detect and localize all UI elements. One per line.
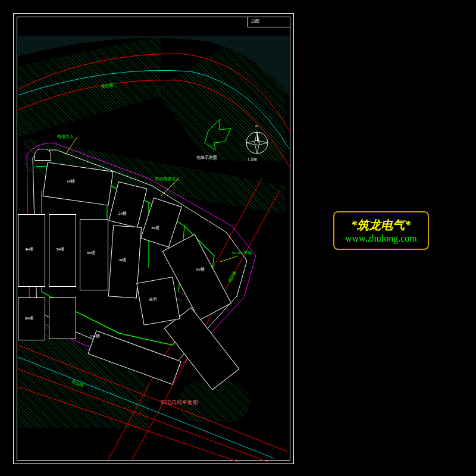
lbl-hall: 会所 (149, 296, 157, 302)
lbl-b4: 4#楼 (25, 246, 33, 252)
watermark-url: www.zhulong.com (345, 233, 417, 244)
lbl-b3: 3#楼 (151, 225, 159, 231)
note-1: 电信引入 (57, 134, 74, 140)
lbl-b7: 7#楼 (118, 257, 126, 263)
plan-title: 弱电总线平面图 (161, 399, 198, 406)
lbl-b5: 5#楼 (56, 246, 64, 252)
lbl-b8: 8#楼 (25, 315, 33, 321)
building-hall (136, 277, 180, 325)
lbl-b1: 1#楼 (67, 178, 75, 184)
lbl-b6: 6#楼 (87, 250, 95, 256)
lbl-b10: 10#楼 (89, 333, 100, 339)
note-2: 有线电视引入 (155, 176, 180, 182)
watermark-title: *筑龙电气* (345, 217, 417, 233)
compass-n: N (255, 124, 258, 129)
note-3: SC100埋地 (232, 250, 252, 256)
compass-scale: 1:500 (248, 157, 257, 162)
watermark-box: *筑龙电气* www.zhulong.com (333, 211, 429, 250)
building-8b (49, 298, 76, 339)
legend-label: 地块示意图 (196, 155, 217, 161)
lbl-b9: 9#楼 (196, 267, 205, 273)
compass-icon (244, 130, 270, 156)
gate (35, 149, 51, 161)
lbl-b2: 2#楼 (118, 211, 127, 217)
